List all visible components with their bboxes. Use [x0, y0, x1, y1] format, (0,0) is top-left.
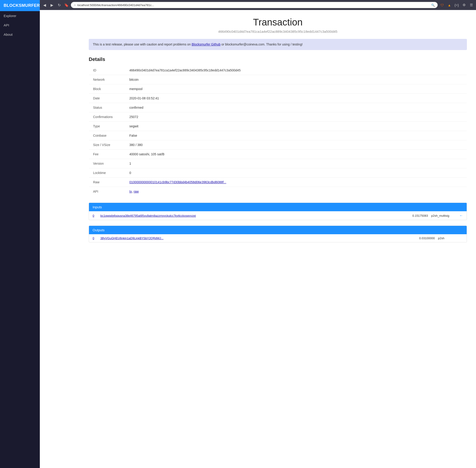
- detail-link[interactable]: 010000000000010141cb9bc77d30bbd4b4058d06…: [129, 180, 226, 184]
- detail-key: Confirmations: [89, 112, 125, 122]
- detail-value: segwit: [125, 122, 467, 131]
- detail-value: 0: [125, 168, 467, 178]
- security-icon: ⚠: [74, 4, 76, 7]
- detail-key: Type: [89, 122, 125, 131]
- detail-api-link[interactable]: tx: [129, 190, 132, 193]
- detail-row: ID466490c0401d4d7ea781ca1a4ef22ac889c340…: [89, 66, 467, 75]
- detail-value: 2020-01-08 03:52:41: [125, 94, 467, 103]
- extension2-icon[interactable]: ⚙: [461, 2, 467, 8]
- address-bar[interactable]: ⚠ localhost:5000/btc/transaction/466490c…: [71, 2, 438, 8]
- menu-icon[interactable]: ☰: [468, 2, 474, 8]
- detail-key: Date: [89, 94, 125, 103]
- browser-chrome: ◀ ▶ ↻ 🔖 ⚠ localhost:5000/btc/transaction…: [40, 0, 476, 10]
- detail-row: Typesegwit: [89, 122, 467, 131]
- main-content: Transaction 466490c0401d4d7ea781ca1a4ef2…: [80, 10, 476, 468]
- detail-key: Network: [89, 75, 125, 84]
- detail-value: 466490c0401d4d7ea781ca1a4ef22ac889c34043…: [125, 66, 467, 75]
- detail-key: Coinbase: [89, 131, 125, 140]
- detail-row: Confirmations25072: [89, 112, 467, 122]
- github-link[interactable]: Blocksmurfer Github: [192, 43, 220, 46]
- back-button[interactable]: ◀: [42, 2, 47, 8]
- detail-value: confirmed: [125, 103, 467, 112]
- detail-value: 40000 satoshi, 105 sat/B: [125, 150, 467, 159]
- detail-value: 380 / 380: [125, 140, 467, 150]
- sidebar: BLOCKSMURFER Explorer API About: [0, 0, 40, 468]
- url-text: localhost:5000/btc/transaction/466490c04…: [77, 3, 154, 7]
- alert-text-before: This is a test release, please use with …: [93, 43, 192, 46]
- input-address[interactable]: bc1qwqdg6squsna38e46795at95yu9atm8azzmyv…: [100, 214, 402, 217]
- detail-key: Status: [89, 103, 125, 112]
- detail-key: API: [89, 187, 125, 196]
- detail-value: 25072: [125, 112, 467, 122]
- detail-row: Size / VSize380 / 380: [89, 140, 467, 150]
- detail-value: 010000000000010141cb9bc77d30bbd4b4058d06…: [125, 178, 467, 187]
- detail-key: Version: [89, 159, 125, 168]
- outputs-header: Outputs: [89, 226, 467, 234]
- detail-row: Locktime0: [89, 168, 467, 178]
- output-type: p2sh: [438, 236, 463, 240]
- detail-value: False: [125, 131, 467, 140]
- output-row: 0 3ByVGuGHEU6nkin1aD9LinkBYSbY2QRdWJ... …: [89, 234, 467, 242]
- detail-value: bitcoin: [125, 75, 467, 84]
- detail-row: Raw010000000000010141cb9bc77d30bbd4b4058…: [89, 178, 467, 187]
- brave-rewards-icon[interactable]: ▲: [446, 2, 452, 8]
- reload-button[interactable]: ↻: [56, 2, 62, 8]
- sidebar-item-api[interactable]: API: [0, 20, 40, 30]
- detail-api-link[interactable]: raw: [134, 190, 139, 193]
- input-type: p2sh_multisig: [431, 214, 456, 217]
- transaction-hash: 466490c0401d4d7ea781ca1a4ef22ac889c34043…: [89, 29, 467, 33]
- sidebar-item-explorer[interactable]: Explorer: [0, 11, 40, 20]
- bookmark-button[interactable]: 🔖: [63, 2, 69, 8]
- input-index[interactable]: 0: [92, 214, 97, 217]
- sidebar-logo[interactable]: BLOCKSMURFER: [0, 0, 40, 11]
- detail-row: Fee40000 satoshi, 105 sat/B: [89, 150, 467, 159]
- detail-row: CoinbaseFalse: [89, 131, 467, 140]
- inputs-section: Inputs 0 bc1qwqdg6squsna38e46795at95yu9a…: [89, 203, 467, 220]
- input-arrow-icon: ←: [459, 214, 463, 218]
- detail-row: Version1: [89, 159, 467, 168]
- output-amount: 0.03100000: [412, 236, 435, 240]
- detail-key: Raw: [89, 178, 125, 187]
- detail-row: APItx, raw: [89, 187, 467, 196]
- detail-row: Statusconfirmed: [89, 103, 467, 112]
- detail-value: 1: [125, 159, 467, 168]
- search-icon: 🔍: [431, 3, 435, 7]
- detail-key: ID: [89, 66, 125, 75]
- details-table: ID466490c0401d4d7ea781ca1a4ef22ac889c340…: [89, 65, 467, 196]
- detail-key: Locktime: [89, 168, 125, 178]
- forward-button[interactable]: ▶: [49, 2, 55, 8]
- output-address[interactable]: 3ByVGuGHEU6nkin1aD9LinkBYSbY2QRdWJ...: [100, 236, 409, 240]
- input-amount: 0.15175083: [405, 214, 428, 217]
- detail-row: Blockmempool: [89, 84, 467, 94]
- detail-value: mempool: [125, 84, 467, 94]
- detail-value: tx, raw: [125, 187, 467, 196]
- outputs-section: Outputs 0 3ByVGuGHEU6nkin1aD9LinkBYSbY2Q…: [89, 226, 467, 242]
- alert-banner: This is a test release, please use with …: [89, 39, 467, 50]
- detail-row: Date2020-01-08 03:52:41: [89, 94, 467, 103]
- input-row: 0 bc1qwqdg6squsna38e46795at95yu9atm8azzm…: [89, 211, 467, 220]
- page-title: Transaction: [89, 17, 467, 28]
- details-title: Details: [89, 56, 467, 62]
- output-index[interactable]: 0: [92, 236, 97, 240]
- brave-shield-icon[interactable]: 🛡: [439, 2, 445, 8]
- inputs-header: Inputs: [89, 203, 467, 211]
- extensions-icon[interactable]: {=}: [454, 2, 460, 8]
- sidebar-item-about[interactable]: About: [0, 30, 40, 39]
- detail-key: Block: [89, 84, 125, 94]
- detail-key: Fee: [89, 150, 125, 159]
- alert-text-after: or blocksmurfer@coineva.com. Thanks for …: [220, 43, 303, 46]
- detail-key: Size / VSize: [89, 140, 125, 150]
- detail-row: Networkbitcoin: [89, 75, 467, 84]
